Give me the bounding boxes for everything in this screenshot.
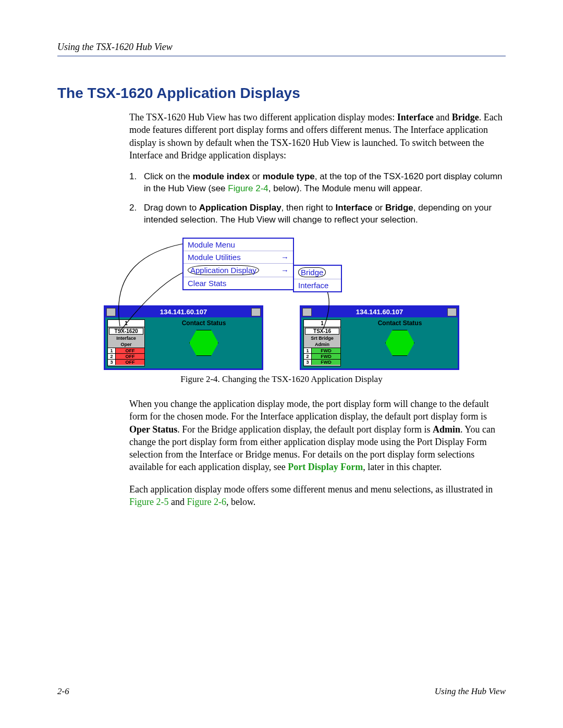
port-row[interactable]: 2OFF (108, 353, 144, 359)
step-1: 1. Click on the module index or module t… (129, 171, 506, 195)
port-status: OFF (116, 354, 144, 359)
intro-paragraph: The TSX-1620 Hub View has two different … (129, 111, 506, 162)
xref-port-display-form[interactable]: Port Display Form (288, 462, 363, 472)
maximize-icon[interactable] (251, 308, 261, 316)
figure-2-4: Module Menu Module Utilities→ Applicatio… (99, 238, 464, 370)
menu-item-label: Clear Stats (188, 279, 226, 288)
keyword-application-display: Application Display (199, 203, 282, 213)
display-form: Admin (304, 341, 340, 348)
submenu-item-label: Interface (298, 281, 328, 290)
submenu-item-interface[interactable]: Interface (294, 279, 341, 291)
text: Drag down to (144, 203, 199, 213)
contact-status-label: Contact Status (344, 319, 456, 327)
keyword-module-index: module index (193, 171, 250, 181)
text: , then right to (282, 203, 336, 213)
keyword-interface: Interface (336, 203, 373, 213)
hub-view-bridge: 134.141.60.107 1 TSX-16 Srt Bridge Admin… (300, 305, 459, 370)
menu-title: Module Menu (183, 239, 293, 251)
port-num: 2 (108, 354, 116, 359)
text: , below). The Module menu will appear. (268, 183, 422, 193)
port-num: 1 (108, 348, 116, 353)
slot-index[interactable]: 1 (108, 320, 144, 327)
maximize-icon[interactable] (447, 308, 457, 316)
submenu-item-bridge[interactable]: Bridge (294, 266, 341, 279)
text: and (434, 112, 452, 122)
port-row[interactable]: 1FWD (304, 348, 340, 353)
figure-ref-2-5[interactable]: Figure 2-5 (129, 497, 169, 507)
port-status: FWD (312, 360, 340, 365)
port-column[interactable]: 1 TSX-1620 Interface Oper 1OFF 2OFF 3OFF (107, 319, 145, 366)
menu-item-module-utilities[interactable]: Module Utilities→ (183, 251, 293, 264)
module-type[interactable]: TSX-16 (305, 328, 339, 335)
paragraph-port-display: When you change the application display … (129, 398, 506, 474)
step-number: 2. (129, 202, 137, 214)
keyword-bridge: Bridge (452, 112, 479, 122)
submenu[interactable]: Bridge Interface (293, 265, 342, 292)
paragraph-menus: Each application display mode offers som… (129, 483, 506, 509)
contact-status-area: Contact Status (148, 319, 260, 366)
footer-section: Using the Hub View (435, 686, 506, 697)
window-title: 134.141.60.107 (117, 308, 250, 316)
display-form: Oper (108, 341, 144, 348)
menu-item-label: Module Utilities (188, 253, 241, 262)
menu-item-application-display[interactable]: Application Display→ (183, 264, 293, 277)
text: , below. (226, 497, 255, 507)
module-type[interactable]: TSX-1620 (109, 328, 143, 335)
figure-ref-2-6[interactable]: Figure 2-6 (187, 497, 227, 507)
menu-item-label: Application Display (188, 265, 259, 275)
page-number: 2-6 (57, 686, 69, 697)
document-page: Using the TSX-1620 Hub View The TSX-1620… (0, 0, 563, 728)
arrow-right-icon: → (281, 253, 289, 262)
menu-title-label: Module Menu (188, 240, 235, 249)
port-status: FWD (312, 348, 340, 353)
submenu-item-label: Bridge (298, 267, 326, 277)
step-2: 2. Drag down to Application Display, the… (129, 202, 506, 226)
hexagon-icon (189, 330, 218, 356)
display-mode: Interface (108, 335, 144, 341)
menu-item-clear-stats[interactable]: Clear Stats (183, 277, 293, 289)
slot-index[interactable]: 1 (304, 320, 340, 327)
system-menu-icon[interactable] (302, 308, 312, 316)
window-titlebar[interactable]: 134.141.60.107 (301, 307, 458, 317)
hub-body: 1 TSX-1620 Interface Oper 1OFF 2OFF 3OFF… (105, 317, 262, 368)
text: or (372, 203, 385, 213)
hexagon-icon (385, 330, 414, 356)
display-mode: Srt Bridge (304, 335, 340, 341)
port-row[interactable]: 3FWD (304, 359, 340, 365)
section-title: The TSX-1620 Application Displays (57, 85, 506, 102)
window-title: 134.141.60.107 (313, 308, 446, 316)
step-number: 1. (129, 171, 137, 183)
port-num: 2 (304, 354, 312, 359)
port-row[interactable]: 1OFF (108, 348, 144, 353)
contact-status-label: Contact Status (148, 319, 260, 327)
port-num: 3 (108, 360, 116, 365)
port-status: FWD (312, 354, 340, 359)
running-head: Using the TSX-1620 Hub View (57, 42, 506, 56)
port-num: 3 (304, 360, 312, 365)
contact-status-area: Contact Status (344, 319, 456, 366)
figure-caption: Figure 2-4. Changing the TSX-1620 Applic… (57, 374, 506, 385)
port-row[interactable]: 2FWD (304, 353, 340, 359)
figure-ref-2-4[interactable]: Figure 2-4 (228, 183, 268, 193)
keyword-admin: Admin (433, 424, 460, 435)
text: Click on the (144, 171, 193, 181)
keyword-module-type: module type (263, 171, 315, 181)
window-titlebar[interactable]: 134.141.60.107 (105, 307, 262, 317)
system-menu-icon[interactable] (106, 308, 116, 316)
text: or (250, 171, 263, 181)
hub-view-interface: 134.141.60.107 1 TSX-1620 Interface Oper… (104, 305, 263, 370)
port-status: OFF (116, 348, 144, 353)
page-footer: 2-6 Using the Hub View (57, 686, 506, 697)
port-column[interactable]: 1 TSX-16 Srt Bridge Admin 1FWD 2FWD 3FWD (303, 319, 341, 366)
port-row[interactable]: 3OFF (108, 359, 144, 365)
arrow-right-icon: → (281, 266, 289, 275)
keyword-interface: Interface (397, 112, 434, 122)
text: Each application display mode offers som… (129, 484, 493, 495)
text: . For the Bridge application display, th… (177, 424, 433, 435)
port-num: 1 (304, 348, 312, 353)
text: and (169, 497, 187, 507)
keyword-oper-status: Oper Status (129, 424, 177, 435)
module-menu[interactable]: Module Menu Module Utilities→ Applicatio… (182, 238, 294, 290)
keyword-bridge: Bridge (385, 203, 413, 213)
port-status: OFF (116, 360, 144, 365)
